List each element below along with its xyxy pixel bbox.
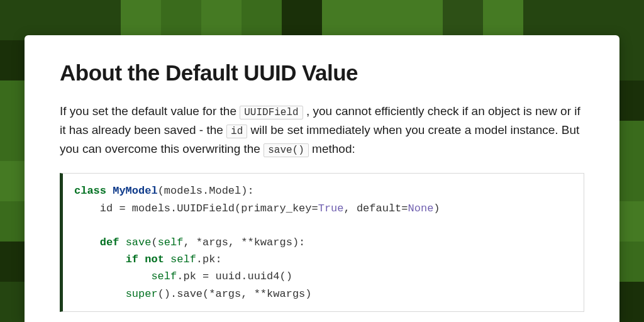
kw-self: self [158, 236, 184, 248]
code-text: (models [158, 185, 203, 197]
code-text: ) [433, 203, 440, 214]
kw-def: def [100, 236, 119, 248]
article-card: About the Default UUID Value If you set … [25, 35, 619, 322]
code-text: UUIDField(primary_key= [177, 203, 318, 214]
code-text: () [158, 288, 170, 300]
fn-super: super [126, 288, 158, 300]
const-none: None [408, 203, 434, 214]
code-block: class MyModel(models.Model): id = models… [60, 173, 584, 311]
code-text: save(*args, **kwargs) [177, 288, 311, 300]
code-text: ( [151, 236, 157, 248]
code-text: , *args, **kwargs): [183, 236, 305, 248]
const-true: True [318, 203, 344, 214]
code-text: .pk [177, 270, 203, 282]
text: method: [309, 142, 355, 155]
code-text: . [203, 185, 209, 197]
code-text: = models [113, 203, 170, 214]
code-text: .pk: [196, 253, 222, 265]
code-text: = uuid [203, 270, 241, 282]
kw-class: class [74, 185, 106, 197]
kw-if: if [126, 253, 138, 265]
fn-save: save [126, 236, 152, 248]
code-text: Model): [209, 185, 253, 197]
code-text: . [170, 203, 177, 214]
inline-code-save: save() [264, 143, 309, 157]
kw-self: self [170, 253, 196, 265]
intro-paragraph: If you set the default value for the UUI… [60, 102, 584, 158]
kw-self: self [151, 270, 177, 282]
code-text: id [100, 203, 113, 214]
section-heading: About the Default UUID Value [60, 60, 584, 86]
class-name: MyModel [113, 185, 157, 197]
inline-code-uuidfield: UUIDField [240, 106, 303, 119]
text: If you set the default value for the [60, 104, 240, 118]
kw-not: not [145, 253, 164, 265]
code-text: . [170, 288, 177, 300]
code-text: . [241, 270, 247, 282]
inline-code-id: id [226, 125, 247, 138]
code-text: , default= [344, 203, 408, 214]
code-text: uuid4() [247, 270, 292, 282]
